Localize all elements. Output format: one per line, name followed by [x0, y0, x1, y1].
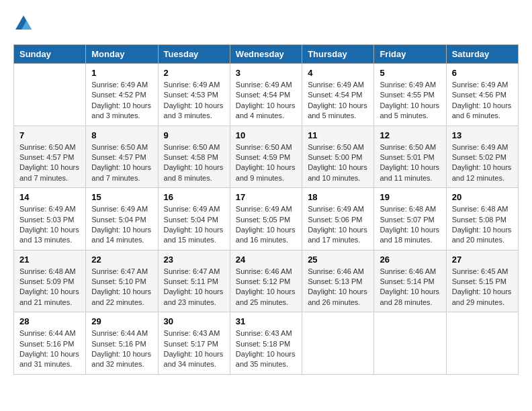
week-row-1: 1Sunrise: 6:49 AM Sunset: 4:52 PM Daylig… [14, 64, 519, 126]
calendar-cell: 29Sunrise: 6:44 AM Sunset: 5:16 PM Dayli… [86, 312, 158, 375]
logo-icon [13, 13, 34, 34]
calendar-cell: 14Sunrise: 6:49 AM Sunset: 5:03 PM Dayli… [14, 188, 86, 250]
header-day-tuesday: Tuesday [158, 45, 230, 64]
day-number: 2 [164, 68, 224, 78]
day-info: Sunrise: 6:48 AM Sunset: 5:07 PM Dayligh… [380, 204, 440, 246]
day-number: 7 [19, 130, 80, 140]
calendar-cell: 8Sunrise: 6:50 AM Sunset: 4:57 PM Daylig… [86, 126, 158, 188]
calendar-table: SundayMondayTuesdayWednesdayThursdayFrid… [13, 44, 519, 375]
day-number: 22 [91, 255, 152, 265]
day-info: Sunrise: 6:49 AM Sunset: 5:04 PM Dayligh… [164, 204, 224, 246]
day-info: Sunrise: 6:50 AM Sunset: 4:58 PM Dayligh… [164, 142, 224, 184]
week-row-3: 14Sunrise: 6:49 AM Sunset: 5:03 PM Dayli… [14, 188, 519, 250]
calendar-header: SundayMondayTuesdayWednesdayThursdayFrid… [14, 45, 519, 64]
header-day-saturday: Saturday [446, 45, 518, 64]
header-day-friday: Friday [374, 45, 446, 64]
day-info: Sunrise: 6:46 AM Sunset: 5:12 PM Dayligh… [236, 267, 296, 308]
header-row: SundayMondayTuesdayWednesdayThursdayFrid… [14, 45, 519, 64]
calendar-cell: 30Sunrise: 6:43 AM Sunset: 5:17 PM Dayli… [158, 312, 230, 375]
calendar-cell: 12Sunrise: 6:50 AM Sunset: 5:01 PM Dayli… [374, 126, 446, 188]
day-info: Sunrise: 6:44 AM Sunset: 5:16 PM Dayligh… [19, 328, 80, 370]
page-header [13, 13, 519, 34]
day-number: 27 [452, 255, 513, 265]
day-info: Sunrise: 6:49 AM Sunset: 5:03 PM Dayligh… [19, 204, 80, 246]
calendar-cell: 15Sunrise: 6:49 AM Sunset: 5:04 PM Dayli… [86, 188, 158, 250]
week-row-4: 21Sunrise: 6:48 AM Sunset: 5:09 PM Dayli… [14, 250, 519, 312]
calendar-cell: 23Sunrise: 6:47 AM Sunset: 5:11 PM Dayli… [158, 250, 230, 312]
calendar-cell: 5Sunrise: 6:49 AM Sunset: 4:55 PM Daylig… [374, 64, 446, 126]
day-number: 24 [236, 255, 296, 265]
calendar-cell: 10Sunrise: 6:50 AM Sunset: 4:59 PM Dayli… [230, 126, 302, 188]
day-number: 25 [308, 255, 368, 265]
day-info: Sunrise: 6:47 AM Sunset: 5:10 PM Dayligh… [91, 267, 152, 308]
calendar-cell [302, 312, 374, 375]
calendar-cell: 11Sunrise: 6:50 AM Sunset: 5:00 PM Dayli… [302, 126, 374, 188]
day-info: Sunrise: 6:50 AM Sunset: 5:00 PM Dayligh… [308, 142, 368, 184]
day-number: 16 [164, 192, 224, 202]
day-info: Sunrise: 6:47 AM Sunset: 5:11 PM Dayligh… [164, 267, 224, 308]
calendar-cell: 19Sunrise: 6:48 AM Sunset: 5:07 PM Dayli… [374, 188, 446, 250]
day-number: 10 [236, 130, 296, 140]
week-row-2: 7Sunrise: 6:50 AM Sunset: 4:57 PM Daylig… [14, 126, 519, 188]
header-day-wednesday: Wednesday [230, 45, 302, 64]
day-number: 3 [236, 68, 296, 78]
day-number: 1 [91, 68, 152, 78]
day-info: Sunrise: 6:49 AM Sunset: 5:02 PM Dayligh… [452, 142, 513, 184]
header-day-monday: Monday [86, 45, 158, 64]
calendar-cell [446, 312, 518, 375]
calendar-cell: 13Sunrise: 6:49 AM Sunset: 5:02 PM Dayli… [446, 126, 518, 188]
day-number: 9 [164, 130, 224, 140]
calendar-cell: 21Sunrise: 6:48 AM Sunset: 5:09 PM Dayli… [14, 250, 86, 312]
day-info: Sunrise: 6:43 AM Sunset: 5:17 PM Dayligh… [164, 328, 224, 370]
day-number: 15 [91, 192, 152, 202]
week-row-5: 28Sunrise: 6:44 AM Sunset: 5:16 PM Dayli… [14, 312, 519, 375]
day-number: 23 [164, 255, 224, 265]
calendar-cell: 20Sunrise: 6:48 AM Sunset: 5:08 PM Dayli… [446, 188, 518, 250]
day-number: 20 [452, 192, 513, 202]
day-number: 8 [91, 130, 152, 140]
calendar-cell: 2Sunrise: 6:49 AM Sunset: 4:53 PM Daylig… [158, 64, 230, 126]
day-number: 26 [380, 255, 440, 265]
day-info: Sunrise: 6:49 AM Sunset: 5:05 PM Dayligh… [236, 204, 296, 246]
calendar-cell: 22Sunrise: 6:47 AM Sunset: 5:10 PM Dayli… [86, 250, 158, 312]
calendar-cell: 4Sunrise: 6:49 AM Sunset: 4:54 PM Daylig… [302, 64, 374, 126]
calendar-cell: 18Sunrise: 6:49 AM Sunset: 5:06 PM Dayli… [302, 188, 374, 250]
day-number: 21 [19, 255, 80, 265]
day-number: 12 [380, 130, 440, 140]
day-info: Sunrise: 6:48 AM Sunset: 5:09 PM Dayligh… [19, 267, 80, 308]
day-number: 14 [19, 192, 80, 202]
calendar-cell: 25Sunrise: 6:46 AM Sunset: 5:13 PM Dayli… [302, 250, 374, 312]
calendar-cell: 7Sunrise: 6:50 AM Sunset: 4:57 PM Daylig… [14, 126, 86, 188]
calendar-cell: 27Sunrise: 6:45 AM Sunset: 5:15 PM Dayli… [446, 250, 518, 312]
day-number: 29 [91, 316, 152, 326]
calendar-cell [14, 64, 86, 126]
day-info: Sunrise: 6:49 AM Sunset: 5:04 PM Dayligh… [91, 204, 152, 246]
day-number: 19 [380, 192, 440, 202]
day-info: Sunrise: 6:46 AM Sunset: 5:13 PM Dayligh… [308, 267, 368, 308]
day-info: Sunrise: 6:49 AM Sunset: 4:55 PM Dayligh… [380, 80, 440, 122]
day-number: 4 [308, 68, 368, 78]
day-info: Sunrise: 6:48 AM Sunset: 5:08 PM Dayligh… [452, 204, 513, 246]
logo [13, 13, 36, 34]
day-number: 28 [19, 316, 80, 326]
day-info: Sunrise: 6:50 AM Sunset: 5:01 PM Dayligh… [380, 142, 440, 184]
calendar-cell: 6Sunrise: 6:49 AM Sunset: 4:56 PM Daylig… [446, 64, 518, 126]
calendar-cell: 3Sunrise: 6:49 AM Sunset: 4:54 PM Daylig… [230, 64, 302, 126]
day-number: 31 [236, 316, 296, 326]
day-info: Sunrise: 6:49 AM Sunset: 4:54 PM Dayligh… [308, 80, 368, 122]
day-info: Sunrise: 6:49 AM Sunset: 4:52 PM Dayligh… [91, 80, 152, 122]
day-number: 11 [308, 130, 368, 140]
day-info: Sunrise: 6:50 AM Sunset: 4:59 PM Dayligh… [236, 142, 296, 184]
day-number: 6 [452, 68, 513, 78]
day-info: Sunrise: 6:43 AM Sunset: 5:18 PM Dayligh… [236, 328, 296, 370]
day-number: 5 [380, 68, 440, 78]
day-info: Sunrise: 6:49 AM Sunset: 4:54 PM Dayligh… [236, 80, 296, 122]
calendar-cell: 9Sunrise: 6:50 AM Sunset: 4:58 PM Daylig… [158, 126, 230, 188]
day-info: Sunrise: 6:50 AM Sunset: 4:57 PM Dayligh… [91, 142, 152, 184]
day-info: Sunrise: 6:49 AM Sunset: 5:06 PM Dayligh… [308, 204, 368, 246]
day-info: Sunrise: 6:44 AM Sunset: 5:16 PM Dayligh… [91, 328, 152, 370]
calendar-cell: 24Sunrise: 6:46 AM Sunset: 5:12 PM Dayli… [230, 250, 302, 312]
header-day-thursday: Thursday [302, 45, 374, 64]
day-info: Sunrise: 6:50 AM Sunset: 4:57 PM Dayligh… [19, 142, 80, 184]
day-number: 30 [164, 316, 224, 326]
